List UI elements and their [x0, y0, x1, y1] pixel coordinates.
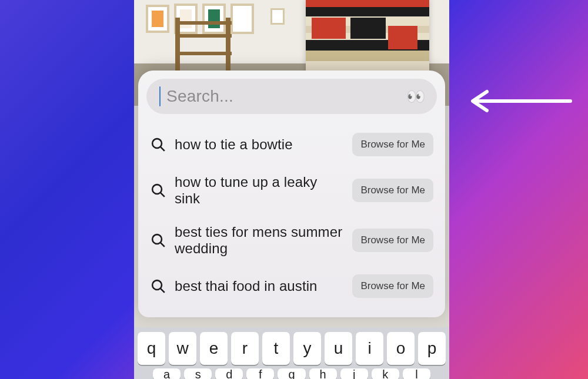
eyes-icon[interactable]: 👀 [406, 88, 425, 106]
suggestions-list: how to tie a bowtie Browse for Me how to… [146, 123, 437, 307]
phone-frame: Search... 👀 how to tie a bowtie Browse f… [134, 0, 449, 379]
browse-for-me-button[interactable]: Browse for Me [352, 229, 433, 252]
key-d[interactable]: d [215, 368, 243, 379]
svg-point-4 [152, 234, 162, 244]
suggestion-item[interactable]: best ties for mens summer wedding Browse… [146, 216, 437, 266]
key-j[interactable]: j [340, 368, 368, 379]
key-g[interactable]: g [278, 368, 305, 379]
svg-line-7 [161, 289, 165, 293]
browse-for-me-button[interactable]: Browse for Me [352, 133, 433, 156]
search-input[interactable]: Search... 👀 [146, 79, 437, 114]
suggestion-item[interactable]: best thai food in austin Browse for Me [146, 265, 437, 307]
suggestion-text: how to tie a bowtie [175, 136, 344, 153]
suggestion-text: how to tune up a leaky sink [175, 174, 344, 207]
key-l[interactable]: l [403, 368, 430, 379]
key-h[interactable]: h [309, 368, 337, 379]
key-a[interactable]: a [153, 368, 181, 379]
keyboard-row-2: a s d f g h j k l [138, 368, 446, 379]
search-icon [150, 232, 166, 249]
browse-for-me-button[interactable]: Browse for Me [352, 274, 433, 298]
textile-illustration [306, 0, 429, 73]
suggestion-text: best ties for mens summer wedding [175, 224, 344, 257]
search-placeholder: Search... [166, 87, 400, 106]
key-e[interactable]: e [200, 332, 228, 365]
key-w[interactable]: w [169, 332, 196, 365]
on-screen-keyboard[interactable]: q w e r t y u i o p a s d f g h j k l [134, 327, 449, 379]
key-p[interactable]: p [418, 332, 446, 365]
key-k[interactable]: k [372, 368, 399, 379]
keyboard-row-1: q w e r t y u i o p [138, 332, 446, 365]
svg-line-5 [161, 243, 165, 247]
loom-illustration [169, 18, 240, 76]
svg-point-0 [152, 139, 162, 148]
suggestion-text: best thai food in austin [175, 278, 344, 294]
svg-point-6 [152, 280, 162, 290]
svg-line-3 [161, 193, 165, 197]
key-q[interactable]: q [138, 332, 165, 365]
key-f[interactable]: f [246, 368, 274, 379]
key-i[interactable]: i [356, 332, 383, 365]
suggestion-item[interactable]: how to tie a bowtie Browse for Me [146, 123, 437, 166]
key-y[interactable]: y [293, 332, 321, 365]
annotation-arrow-icon [462, 89, 574, 113]
browse-for-me-button[interactable]: Browse for Me [352, 179, 433, 202]
search-icon [150, 182, 166, 199]
app-background: Search... 👀 how to tie a bowtie Browse f… [0, 0, 588, 379]
text-caret [159, 86, 161, 106]
search-panel: Search... 👀 how to tie a bowtie Browse f… [138, 71, 445, 317]
key-o[interactable]: o [387, 332, 415, 365]
key-u[interactable]: u [325, 332, 352, 365]
key-s[interactable]: s [184, 368, 212, 379]
svg-point-2 [152, 185, 162, 194]
key-t[interactable]: t [262, 332, 290, 365]
search-icon [150, 136, 166, 153]
suggestion-item[interactable]: how to tune up a leaky sink Browse for M… [146, 166, 437, 216]
key-r[interactable]: r [231, 332, 259, 365]
search-icon [150, 278, 166, 294]
svg-line-1 [161, 147, 165, 151]
